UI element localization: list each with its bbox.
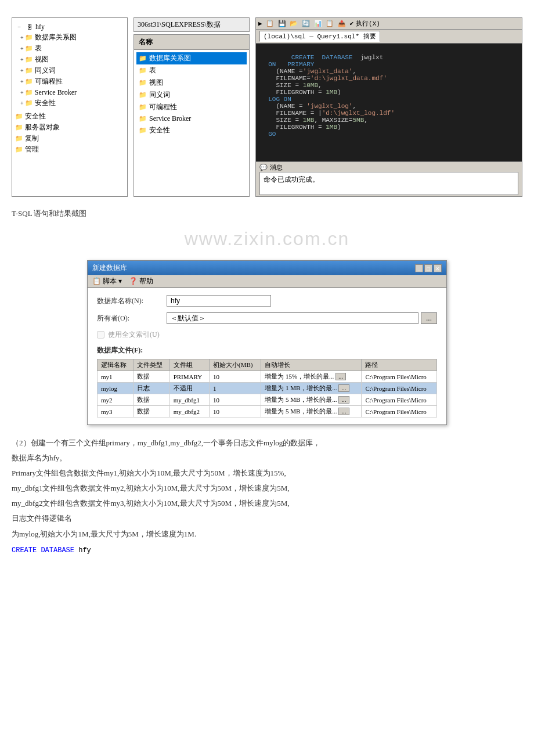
tree-label-9: 服务器对象 bbox=[25, 123, 60, 132]
tree-label-3: 视图 bbox=[35, 55, 49, 64]
tree-item-diagrams[interactable]: + 数据库关系图 bbox=[15, 32, 125, 43]
plus-icon-3: + bbox=[20, 56, 24, 63]
desc-para4: my_dbfg1文件组包含数据文件my2,初始大小为10M,最大尺寸为50M，增… bbox=[12, 482, 522, 495]
dialog-body: 数据库名称(N): 所有者(O): ... 使用全文索引(U) 数据库文件(F)… bbox=[88, 288, 446, 424]
desc-para6: 日志文件得逻辑名 bbox=[12, 512, 522, 525]
row3-size: 10 bbox=[210, 394, 261, 406]
row4-group: my_dbfg2 bbox=[169, 406, 209, 417]
tree-item-replication[interactable]: 复制 bbox=[15, 133, 125, 144]
tree-item-server-objects[interactable]: 服务器对象 bbox=[15, 122, 125, 133]
row1-growth-btn[interactable]: ... bbox=[335, 373, 346, 380]
tree-item-views[interactable]: + 视图 bbox=[15, 54, 125, 65]
new-database-dialog: 新建数据库 _ □ ✕ 📋 脚本 ▾ ❓ 帮助 数据库名称(N): 所有者(O)… bbox=[87, 260, 447, 425]
tree-root-label: hfy bbox=[35, 23, 45, 31]
sql-create-keyword: CREATE DATABASE bbox=[12, 546, 78, 555]
folder-icon-9 bbox=[15, 123, 24, 132]
dialog-menubar: 📋 脚本 ▾ ❓ 帮助 bbox=[88, 275, 446, 288]
minimize-button[interactable]: _ bbox=[415, 264, 423, 272]
folder-icon-fl3: 📁 bbox=[139, 79, 147, 87]
desc-para1: （2）创建一个有三个文件组primary，my_dbfg1,my_dbfg2,一… bbox=[12, 437, 522, 449]
plus-icon-2: + bbox=[20, 45, 24, 52]
row3-growth-btn[interactable]: ... bbox=[338, 396, 349, 404]
file-item-views[interactable]: 📁 视图 bbox=[136, 77, 247, 89]
form-row-owner: 所有者(O): ... bbox=[97, 312, 437, 324]
sql-editor-content[interactable]: CREATE DATABASE jwglxt ON PRIMARY (NAME … bbox=[256, 44, 522, 161]
folder-icon-fl7: 📁 bbox=[139, 127, 147, 134]
desc-para7: 为mylog,初始大小为1M,最大尺寸为5M，增长速度为1M. bbox=[12, 528, 522, 541]
row4-growth: 增量为 5 MB，增长的最... ... bbox=[261, 406, 362, 417]
col-header-growth: 自动增长 bbox=[261, 359, 362, 371]
owner-label: 所有者(O): bbox=[97, 314, 167, 323]
row2-growth: 增量为 1 MB，增长的最... ... bbox=[261, 383, 362, 394]
plus-icon-5: + bbox=[20, 78, 24, 85]
file-item-diagrams[interactable]: 📁 数据库关系图 bbox=[136, 52, 247, 64]
table-row[interactable]: my1 数据 PRIMARY 10 增量为 15%，增长的最... ... C:… bbox=[98, 371, 437, 383]
tree-label-10: 复制 bbox=[25, 134, 39, 143]
folder-icon-11 bbox=[15, 145, 24, 154]
folder-icon-fl6: 📁 bbox=[139, 115, 147, 123]
file-item-sb[interactable]: 📁 Service Broker bbox=[136, 113, 247, 124]
folder-icon-3 bbox=[24, 55, 34, 64]
tree-item-synonyms[interactable]: + 同义词 bbox=[15, 65, 125, 76]
tree-item-security[interactable]: + 安全性 bbox=[15, 98, 125, 109]
folder-icon-2 bbox=[24, 44, 34, 53]
toolbar-icons: ▶ 📋 💾 📂 🔄 📊 📋 📤 ✔ bbox=[258, 20, 353, 27]
tree-item-service-broker[interactable]: + Service Broker bbox=[15, 87, 125, 98]
db-icon: 🗄 bbox=[25, 22, 34, 31]
file-list-panel: 名称 📁 数据库关系图 📁 表 📁 视图 📁 同义词 bbox=[134, 34, 250, 197]
tree-label-8: 安全性 bbox=[25, 111, 46, 121]
files-section-title: 数据库文件(F): bbox=[97, 345, 437, 355]
menu-help[interactable]: ❓ 帮助 bbox=[129, 276, 153, 286]
row2-type: 日志 bbox=[134, 383, 169, 394]
plus-icon-6: + bbox=[20, 89, 24, 96]
table-row[interactable]: mylog 日志 不适用 1 增量为 1 MB，增长的最... ... C:\P… bbox=[98, 383, 437, 394]
row2-growth-btn[interactable]: ... bbox=[338, 384, 349, 392]
row1-group: PRIMARY bbox=[169, 371, 209, 383]
folder-icon-4 bbox=[24, 66, 34, 75]
fulltext-checkbox[interactable] bbox=[97, 331, 104, 339]
row4-size: 10 bbox=[210, 406, 261, 417]
tree-label-5: 可编程性 bbox=[35, 77, 63, 87]
address-bar: 306st31\SQLEXPRESS\数据 bbox=[134, 17, 250, 32]
table-row[interactable]: my3 数据 my_dbfg2 10 增量为 5 MB，增长的最... ... … bbox=[98, 406, 437, 417]
message-label: 消息 bbox=[270, 163, 283, 172]
row4-growth-btn[interactable]: ... bbox=[338, 408, 349, 415]
tree-root[interactable]: − 🗄 hfy bbox=[15, 21, 125, 32]
dialog-titlebar: 新建数据库 _ □ ✕ bbox=[88, 261, 446, 275]
row1-name: my1 bbox=[98, 371, 134, 383]
col-header-group: 文件组 bbox=[169, 359, 209, 371]
file-item-sec[interactable]: 📁 安全性 bbox=[136, 124, 247, 136]
col-header-path: 路径 bbox=[362, 359, 437, 371]
tree-item-programmability[interactable]: + 可编程性 bbox=[15, 76, 125, 87]
sql-code-block: CREATE DATABASE hfy bbox=[12, 545, 522, 556]
file-item-tables[interactable]: 📁 表 bbox=[136, 64, 247, 77]
owner-input[interactable] bbox=[167, 312, 418, 324]
table-row[interactable]: my2 数据 my_dbfg1 10 增量为 5 MB，增长的最... ... … bbox=[98, 394, 437, 406]
sql-tab-active[interactable]: (local)\sql — Query1.sql* 摘要 bbox=[259, 31, 380, 42]
file-item-prog[interactable]: 📁 可编程性 bbox=[136, 101, 247, 113]
owner-browse-button[interactable]: ... bbox=[421, 312, 437, 324]
folder-icon-10 bbox=[15, 134, 24, 143]
plus-icon-1: + bbox=[20, 34, 24, 41]
desc-para2: 数据库名为hfy。 bbox=[12, 452, 522, 465]
folder-icon-fl2: 📁 bbox=[139, 67, 147, 74]
desc-para3: Primary文件组包含数据文件my1,初始大小为10M,最大尺寸为50M，增长… bbox=[12, 467, 522, 480]
db-name-input[interactable] bbox=[167, 295, 271, 307]
maximize-button[interactable]: □ bbox=[424, 264, 432, 272]
execute-label[interactable]: 执行(X) bbox=[356, 19, 380, 28]
row3-name: my2 bbox=[98, 394, 134, 406]
tree-item-tables[interactable]: + 表 bbox=[15, 43, 125, 54]
tree-item-management[interactable]: 管理 bbox=[15, 144, 125, 155]
message-icon: 💬 bbox=[259, 164, 268, 171]
tree-item-security2[interactable]: 安全性 bbox=[15, 111, 125, 122]
tree-label-11: 管理 bbox=[25, 145, 39, 154]
dialog-wrapper: 新建数据库 _ □ ✕ 📋 脚本 ▾ ❓ 帮助 数据库名称(N): 所有者(O)… bbox=[12, 260, 522, 425]
desc-para5: my_dbfg2文件组包含数据文件my3,初始大小为10M,最大尺寸为50M，增… bbox=[12, 497, 522, 510]
row3-growth: 增量为 5 MB，增长的最... ... bbox=[261, 394, 362, 406]
close-button[interactable]: ✕ bbox=[434, 264, 442, 272]
menu-script[interactable]: 📋 脚本 ▾ bbox=[92, 276, 122, 286]
col-header-name: 逻辑名称 bbox=[98, 359, 134, 371]
file-item-synonyms[interactable]: 📁 同义词 bbox=[136, 89, 247, 101]
row3-path: C:\Program Files\Micro bbox=[362, 394, 437, 406]
dialog-title: 新建数据库 bbox=[92, 263, 127, 273]
